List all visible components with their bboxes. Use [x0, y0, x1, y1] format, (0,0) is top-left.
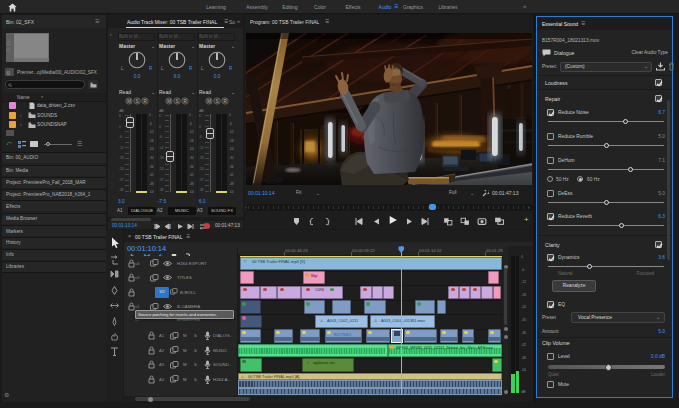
svg-text:M: M	[167, 99, 171, 104]
svg-text:S: S	[135, 99, 138, 104]
svg-text:S: S	[175, 99, 178, 104]
svg-text:S: S	[215, 99, 218, 104]
svg-text:M: M	[207, 99, 211, 104]
svg-text:M: M	[127, 99, 131, 104]
